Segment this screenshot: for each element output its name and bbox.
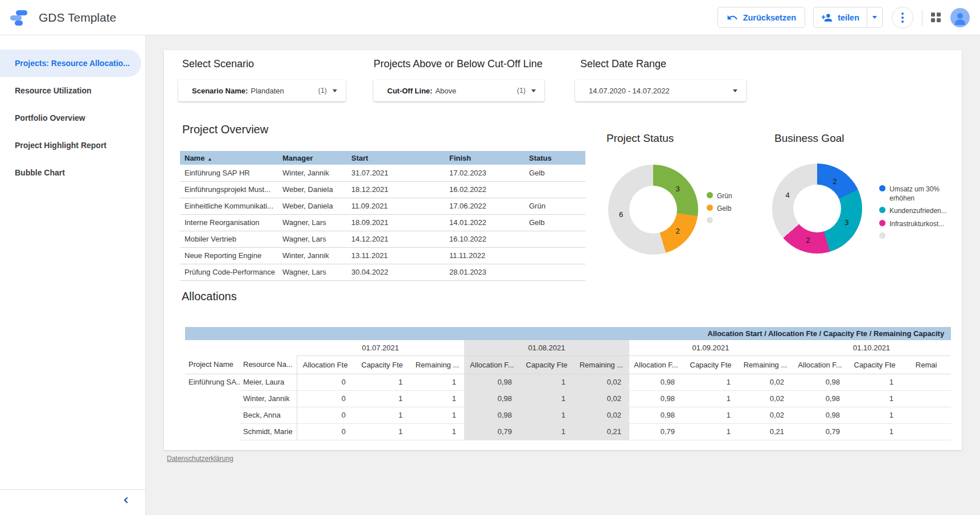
value-cell (901, 390, 951, 407)
sidebar-item[interactable]: Resource Utilization (0, 77, 141, 104)
value-cell: 0,98 (629, 374, 683, 390)
column-header[interactable]: Remaining ... (411, 355, 464, 374)
column-header[interactable]: Manager (278, 151, 347, 165)
date-group-header: 01.07.2021 (297, 340, 464, 355)
sidebar-item[interactable]: Project Highlight Report (0, 132, 141, 159)
table-cell: 14.12.2021 (347, 231, 445, 247)
privacy-policy-link[interactable]: Datenschutzerklärung (167, 455, 233, 463)
table-cell: 17.06.2022 (445, 198, 524, 214)
column-header[interactable]: Allocation F... (629, 355, 683, 374)
project-overview-title: Project Overview (182, 123, 268, 136)
project-overview-table: Name▲ManagerStartFinishStatusEinführung … (180, 151, 585, 281)
column-header[interactable]: Capacity Fte (354, 355, 411, 374)
project-status-legend: GrünGelb (707, 191, 732, 223)
legend-item[interactable] (707, 216, 732, 223)
column-header[interactable]: Capacity Fte (848, 355, 901, 374)
column-header-label: Start (351, 154, 368, 162)
column-header[interactable]: Remai (901, 355, 951, 374)
daterange-filter-title: Select Date Range (580, 58, 666, 70)
daterange-dropdown[interactable]: 14.07.2020 - 14.07.2022 (575, 80, 746, 101)
value-cell: 1 (520, 390, 573, 407)
column-header[interactable]: Start (347, 151, 445, 165)
reset-button[interactable]: Zurücksetzen (717, 7, 805, 28)
app-title: GDS Template (39, 11, 116, 24)
value-cell: 0,02 (739, 390, 792, 407)
more-options-button[interactable] (892, 7, 913, 28)
value-cell: 0,98 (629, 390, 683, 407)
header-divider (922, 10, 922, 26)
sidebar-item[interactable]: Bubble Chart (0, 159, 141, 186)
table-row: Schmidt, Marie0110,7910,210,7910,210,791 (185, 423, 951, 440)
value-cell: 0,98 (792, 407, 848, 423)
value-cell: 0 (297, 374, 354, 390)
project-name-cell (185, 423, 240, 440)
sort-asc-icon: ▲ (207, 157, 212, 162)
apps-grid-icon[interactable] (931, 13, 941, 22)
value-cell: 1 (848, 407, 901, 423)
sidebar-item-label: Portfolio Overview (15, 113, 85, 122)
table-cell: 14.01.2022 (445, 214, 524, 231)
column-header[interactable]: Remaining ... (573, 355, 629, 374)
allocations-table: Allocation Start / Allocation Fte / Capa… (185, 327, 951, 440)
value-cell: 1 (520, 407, 573, 423)
table-cell (524, 181, 585, 198)
table-cell: 18.09.2021 (347, 214, 445, 231)
value-cell: 0,02 (573, 407, 629, 423)
sidebar-item[interactable]: Portfolio Overview (0, 104, 141, 132)
value-cell: 1 (411, 407, 464, 423)
resource-name-cell: Meier, Laura (240, 374, 297, 390)
value-cell (901, 407, 951, 423)
legend-item[interactable] (879, 232, 959, 239)
legend-item[interactable]: Gelb (707, 204, 732, 213)
value-cell (901, 423, 951, 440)
table-row: Neue Reporting EngineWinter, Jannik13.11… (180, 247, 585, 264)
value-cell: 1 (683, 407, 739, 423)
date-group-header: 01.08.2021 (464, 340, 629, 355)
column-header[interactable]: Allocation Fte (297, 355, 354, 374)
table-cell (524, 264, 585, 280)
table-cell: Winter, Jannik (278, 247, 347, 264)
column-header[interactable]: Status (524, 151, 585, 165)
cutoff-filter-dropdown[interactable]: Cut-Off Line: Above (1) (374, 80, 544, 101)
legend-label: Umsatz um 30% erhöhen (889, 185, 959, 203)
table-cell (524, 231, 585, 247)
table-cell: Weber, Daniela (278, 198, 347, 214)
legend-label: Kundenzufrieden... (889, 206, 947, 215)
column-header[interactable]: Allocation F... (792, 355, 848, 374)
donut-hole (793, 185, 841, 232)
sidebar-item[interactable]: Projects: Resource Allocatio... (0, 50, 141, 77)
table-row: Prüfung Code-PerformanceWagner, Lars30.0… (180, 264, 585, 280)
value-cell: 0,21 (573, 423, 629, 440)
column-header[interactable]: Resource Na... (240, 355, 297, 374)
column-header-label: Finish (449, 154, 471, 162)
column-header[interactable]: Name▲ (180, 151, 278, 165)
table-cell: 18.12.2021 (347, 181, 445, 198)
value-cell: 1 (411, 423, 464, 440)
column-header[interactable]: Allocation F... (464, 355, 520, 374)
column-header[interactable]: Remaining ... (739, 355, 792, 374)
avatar[interactable] (950, 8, 970, 27)
scenario-filter-dropdown[interactable]: Scenario Name: Plandaten (1) (178, 80, 346, 101)
column-header[interactable]: Finish (445, 151, 524, 165)
value-cell: 1 (683, 390, 739, 407)
project-status-donut-chart[interactable]: 326 (608, 165, 698, 255)
column-header[interactable]: Capacity Fte (520, 355, 573, 374)
legend-item[interactable]: Infrastrukturkost... (879, 219, 959, 228)
filter-field-label: Cut-Off Line: (387, 87, 432, 95)
resource-name-cell: Schmidt, Marie (240, 423, 297, 440)
column-header[interactable]: Capacity Fte (683, 355, 739, 374)
column-header-label: Manager (282, 154, 313, 162)
share-dropdown-button[interactable] (867, 7, 882, 27)
business-goal-legend: Umsatz um 30% erhöhenKundenzufrieden...I… (879, 185, 959, 239)
table-row: Interne ReorganisationWagner, Lars18.09.… (180, 214, 585, 231)
share-button[interactable]: teilen (814, 7, 867, 27)
value-cell: 0,79 (629, 423, 683, 440)
column-header[interactable]: Project Name (185, 355, 240, 374)
legend-item[interactable]: Kundenzufrieden... (879, 206, 959, 215)
business-goal-donut-chart[interactable]: 2324 (772, 164, 862, 254)
legend-item[interactable]: Grün (707, 191, 732, 201)
legend-item[interactable]: Umsatz um 30% erhöhen (879, 185, 959, 203)
table-cell: Winter, Jannik (278, 165, 347, 181)
chevron-down-icon (872, 16, 877, 19)
collapse-sidebar-button[interactable] (122, 496, 130, 507)
